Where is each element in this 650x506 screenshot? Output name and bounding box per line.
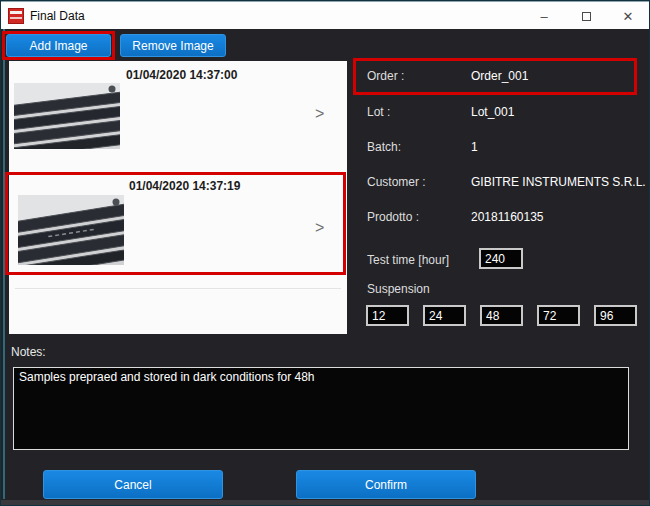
suspension-label: Suspension xyxy=(367,282,430,296)
maximize-icon[interactable] xyxy=(565,2,607,30)
list-divider xyxy=(15,288,341,289)
batch-label: Batch: xyxy=(367,140,401,154)
batch-value: 1 xyxy=(471,140,478,154)
image-timestamp: 01/04/2020 14:37:19 xyxy=(129,179,240,193)
suspension-input-3[interactable] xyxy=(480,305,523,326)
image-list-item-2[interactable]: 01/04/2020 14:37:19 > xyxy=(9,171,347,281)
lot-value: Lot_001 xyxy=(471,105,514,119)
notes-textarea[interactable]: Samples prepraed and stored in dark cond… xyxy=(13,367,629,450)
chevron-right-icon[interactable]: > xyxy=(315,105,324,123)
sample-photo-thumbnail xyxy=(18,195,124,265)
app-logo-icon xyxy=(8,8,24,24)
notes-label: Notes: xyxy=(11,345,46,359)
suspension-input-4[interactable] xyxy=(537,305,580,326)
order-label: Order : xyxy=(367,69,404,83)
test-time-label: Test time [hour] xyxy=(367,253,449,267)
suspension-input-1[interactable] xyxy=(366,305,409,326)
image-list-item-1[interactable]: 01/04/2020 14:37:00 > xyxy=(9,61,347,171)
remove-image-button[interactable]: Remove Image xyxy=(120,34,226,57)
chevron-right-icon[interactable]: > xyxy=(315,219,324,237)
test-time-input[interactable] xyxy=(479,248,523,269)
window-edge-accent xyxy=(3,29,5,499)
add-image-button[interactable]: Add Image xyxy=(6,34,111,57)
window-controls: – ✕ xyxy=(523,2,649,30)
customer-label: Customer : xyxy=(367,175,426,189)
minimize-icon[interactable]: – xyxy=(523,2,565,30)
suspension-input-2[interactable] xyxy=(423,305,466,326)
customer-value: GIBITRE INSTRUMENTS S.R.L. xyxy=(471,175,646,189)
lot-label: Lot : xyxy=(367,105,390,119)
confirm-button[interactable]: Confirm xyxy=(296,470,476,499)
image-timestamp: 01/04/2020 14:37:00 xyxy=(126,68,237,82)
window-title: Final Data xyxy=(30,9,85,23)
sample-photo-thumbnail xyxy=(14,83,120,149)
title-bar: Final Data – ✕ xyxy=(1,1,649,29)
window-edge-bottom xyxy=(1,500,649,505)
order-value: Order_001 xyxy=(471,69,528,83)
image-list: 01/04/2020 14:37:00 > 01/04/2020 14:37:1… xyxy=(9,61,347,334)
close-icon[interactable]: ✕ xyxy=(607,2,649,30)
suspension-input-5[interactable] xyxy=(594,305,637,326)
cancel-button[interactable]: Cancel xyxy=(43,470,223,499)
prodotto-value: 20181160135 xyxy=(471,210,544,224)
final-data-dialog: Final Data – ✕ Add Image Remove Image 01… xyxy=(0,0,650,506)
prodotto-label: Prodotto : xyxy=(367,210,419,224)
